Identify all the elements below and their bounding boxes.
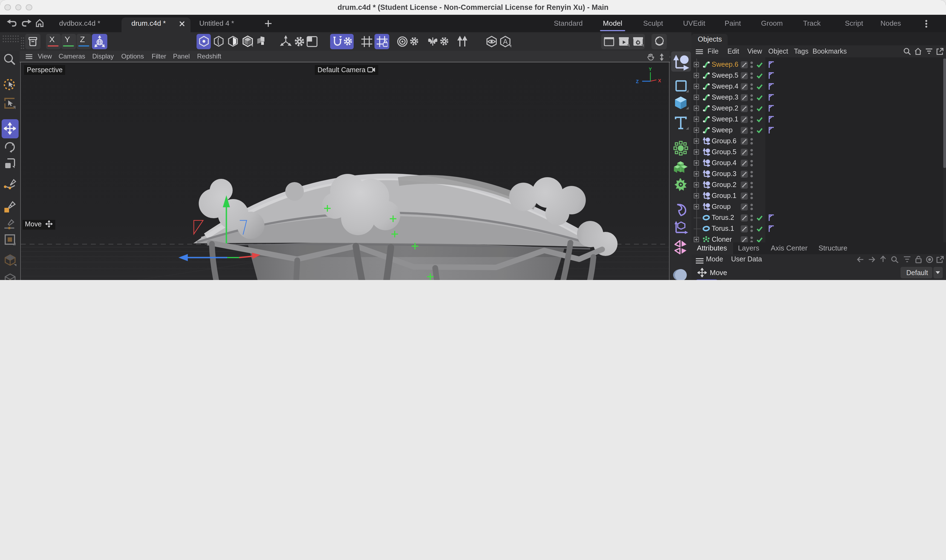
svg-text:Y: Y	[649, 67, 652, 72]
svg-text:A: A	[503, 37, 508, 45]
svg-text:X: X	[658, 78, 661, 83]
svg-text:Z: Z	[636, 79, 639, 84]
